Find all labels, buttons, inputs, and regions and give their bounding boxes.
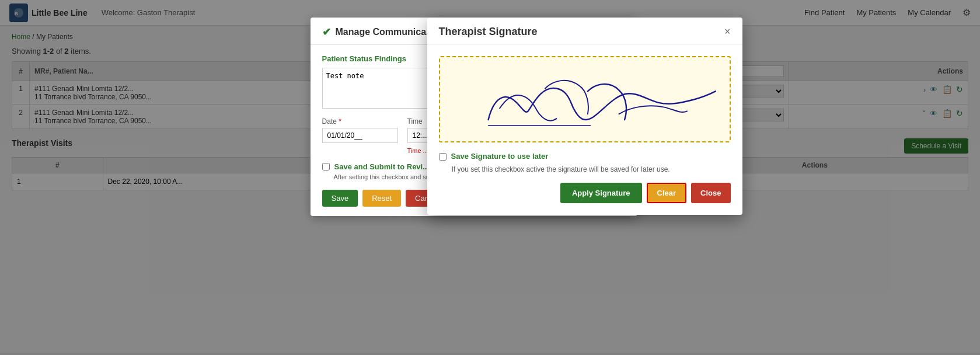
clear-signature-button[interactable]: Clear	[647, 183, 687, 203]
reset-button[interactable]: Reset	[362, 190, 401, 207]
save-sig-checkbox[interactable]	[439, 153, 447, 161]
save-button[interactable]: Save	[322, 190, 358, 207]
submit-checkbox[interactable]	[322, 163, 330, 170]
modal-overlay: ✔ Manage Communica... × Patient Status F…	[0, 0, 980, 353]
signature-svg	[440, 57, 730, 141]
sig-save-note: If you set this checkbox active the sign…	[439, 165, 731, 173]
date-group: Date *	[322, 117, 398, 154]
sig-modal-title: Therapist Signature	[439, 26, 538, 38]
manage-modal-title: ✔ Manage Communica...	[322, 26, 434, 39]
required-marker: *	[339, 117, 341, 126]
close-signature-button[interactable]: Close	[691, 183, 730, 203]
signature-modal: Therapist Signature × Save Signa	[427, 18, 742, 215]
sig-modal-buttons: Apply Signature Clear Close	[439, 183, 731, 203]
sig-save-row: Save Signature to use later	[439, 152, 731, 161]
signature-canvas[interactable]	[439, 56, 731, 142]
date-label: Date *	[322, 117, 398, 126]
check-icon: ✔	[322, 26, 331, 39]
sig-save-label-group: Save Signature to use later	[451, 152, 549, 161]
submit-label: Save and Submit to Revi...	[334, 162, 430, 171]
sig-modal-close-x-button[interactable]: ×	[724, 26, 731, 38]
apply-signature-button[interactable]: Apply Signature	[560, 183, 642, 203]
sig-modal-header: Therapist Signature ×	[427, 18, 742, 44]
sig-save-label: Save Signature to use later	[451, 152, 549, 161]
date-input[interactable]	[322, 128, 398, 143]
sig-modal-body: Save Signature to use later If you set t…	[427, 44, 742, 215]
